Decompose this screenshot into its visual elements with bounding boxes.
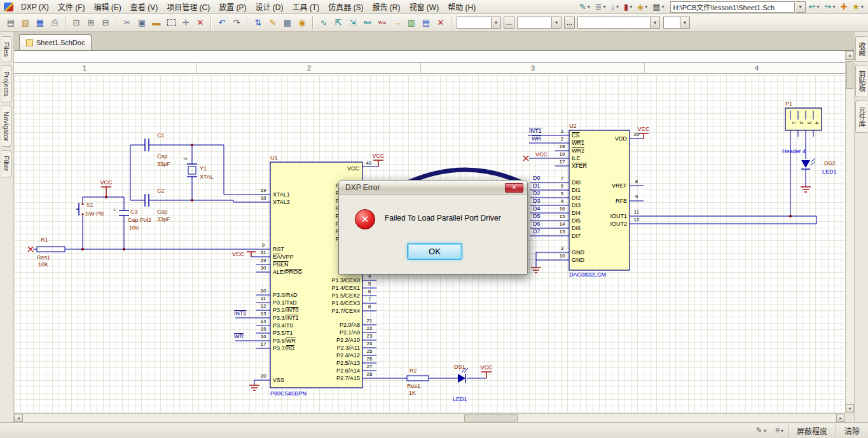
- component-ds1[interactable]: DS1 LED1: [453, 364, 468, 402]
- place-port-button[interactable]: →: [390, 16, 404, 30]
- place-bus-button[interactable]: ⇱: [331, 16, 345, 30]
- menu-reports[interactable]: 报告 (R): [368, 0, 405, 13]
- power-port-vcc-u1[interactable]: VCC: [372, 153, 385, 167]
- power-port-vcc-s1[interactable]: VCC: [100, 179, 113, 197]
- menu-dxp[interactable]: DXP (X): [17, 1, 53, 13]
- place-net-label-button[interactable]: Net: [361, 16, 375, 30]
- horizontal-scrollbar[interactable]: ◄ ►: [14, 413, 845, 422]
- mask-edit-icon[interactable]: ✎: [752, 423, 771, 438]
- menu-place[interactable]: 放置 (P): [214, 0, 251, 13]
- menu-tools[interactable]: 工具 (T): [288, 0, 324, 13]
- open-document-button[interactable]: ▧: [18, 16, 32, 30]
- mask-level-button[interactable]: 屏蔽程度: [788, 423, 836, 438]
- favorites-star-button[interactable]: ★: [850, 1, 865, 13]
- panel-tab-files[interactable]: Files: [2, 36, 11, 62]
- component-c1[interactable]: C1 Cap 33pF: [145, 132, 170, 167]
- matrix-button[interactable]: ▩: [280, 16, 294, 30]
- zoom-area-button[interactable]: ⊞: [84, 16, 98, 30]
- utilities-tool-button[interactable]: ≣: [593, 1, 608, 13]
- nav-forward-button[interactable]: ↪: [823, 1, 837, 13]
- save-document-button[interactable]: ▦: [33, 16, 47, 30]
- move-selection-button[interactable]: ✛: [179, 16, 193, 30]
- vertical-scrollbar[interactable]: ▲ ▼: [845, 51, 854, 413]
- nav-back-button[interactable]: ↩: [807, 1, 822, 13]
- place-no-erc-button[interactable]: ✕: [434, 16, 448, 30]
- configuration-browse-button[interactable]: …: [564, 17, 575, 29]
- variant-dropdown[interactable]: ▾: [491, 17, 500, 28]
- power-source-tool-button[interactable]: ▮: [622, 1, 634, 13]
- dialog-title-bar[interactable]: DXP Error: [339, 181, 527, 195]
- component-u2[interactable]: U2 DAC0832LCM 1CS 2WR1 18WR2 19ILE 17XFE…: [555, 123, 644, 278]
- zoom-fit-button[interactable]: ⊡: [69, 16, 83, 30]
- document-path-combobox[interactable]: H:\PCB文件\lesson1\Sheet1.Sch: [670, 1, 795, 13]
- favorites-add-button[interactable]: ✚: [838, 1, 849, 13]
- scale-combobox[interactable]: ▾: [663, 17, 690, 29]
- place-bus-entry-button[interactable]: ⇲: [346, 16, 360, 30]
- wiring-tool-button[interactable]: ✎: [577, 1, 592, 13]
- target-dropdown[interactable]: ▾: [650, 17, 659, 28]
- component-s1[interactable]: S1 SW-PB: [76, 202, 104, 217]
- paste-button[interactable]: ▬: [149, 16, 163, 30]
- horizontal-scroll-thumb[interactable]: [464, 414, 518, 421]
- place-sheet-entry-button[interactable]: ▤: [419, 16, 433, 30]
- new-document-button[interactable]: ▤: [4, 16, 18, 30]
- menu-edit[interactable]: 编辑 (E): [89, 0, 125, 13]
- print-button[interactable]: ⎙: [48, 16, 62, 30]
- component-y1[interactable]: 2 Y1 XTAL: [183, 157, 214, 180]
- panel-tab-filter[interactable]: Filter: [2, 150, 11, 177]
- target-combobox[interactable]: ▾: [577, 17, 660, 29]
- scroll-up-button[interactable]: ▲: [846, 51, 854, 60]
- scroll-down-button[interactable]: ▼: [846, 404, 854, 413]
- gnd-symbol-ds2[interactable]: [801, 187, 811, 192]
- power-port-vcc-ds1[interactable]: VCC: [480, 364, 493, 378]
- panel-tab-libraries[interactable]: 元件库: [855, 100, 867, 133]
- menu-file[interactable]: 文件 (F): [53, 0, 90, 13]
- component-r1[interactable]: R1 Res1 10K: [28, 236, 65, 268]
- panel-tab-favorites[interactable]: 收藏: [855, 36, 867, 62]
- menu-window[interactable]: 视窗 (W): [405, 0, 444, 13]
- undo-button[interactable]: ↶: [215, 16, 229, 30]
- gnd-symbol-u2[interactable]: [531, 268, 541, 273]
- drawing-tool-button[interactable]: ◈: [635, 1, 649, 13]
- zoom-selection-button[interactable]: ⊟: [99, 16, 113, 30]
- grid-tool-button[interactable]: ▦: [651, 1, 666, 13]
- clear-selection-button[interactable]: ✕: [193, 16, 207, 30]
- configuration-combobox[interactable]: ▾: [517, 17, 561, 29]
- ok-button[interactable]: OK: [407, 243, 462, 260]
- panel-tab-clipboard[interactable]: 剪贴板: [855, 65, 867, 97]
- select-area-button[interactable]: [164, 16, 178, 30]
- variant-combobox[interactable]: ▾: [457, 17, 501, 29]
- vertical-scroll-thumb[interactable]: [846, 61, 853, 89]
- menu-design[interactable]: 设计 (D): [251, 0, 288, 13]
- configuration-dropdown[interactable]: ▾: [551, 17, 561, 28]
- scroll-left-button[interactable]: ◄: [14, 414, 23, 422]
- scroll-right-button[interactable]: ►: [836, 414, 845, 422]
- copy-button[interactable]: ▣: [135, 16, 149, 30]
- cut-button[interactable]: ✂: [120, 16, 134, 30]
- redo-button[interactable]: ↷: [230, 16, 244, 30]
- place-power-port-button[interactable]: Vcc: [375, 16, 389, 30]
- component-c3[interactable]: + C3 Cap Pol2 10u: [113, 207, 151, 231]
- cross-reference-button[interactable]: ⇅: [251, 16, 265, 30]
- component-r2[interactable]: R2 Res1 1K: [407, 367, 429, 396]
- menu-simulator[interactable]: 仿真器 (S): [324, 0, 368, 13]
- tab-sheet1-schdoc[interactable]: Sheet1.SchDoc: [19, 34, 92, 50]
- scale-dropdown[interactable]: ▾: [680, 17, 689, 28]
- panel-tab-projects[interactable]: Projects: [2, 65, 11, 102]
- filter-options-icon[interactable]: ≡: [771, 423, 788, 438]
- annotate-button[interactable]: ✎: [266, 16, 280, 30]
- component-ds2[interactable]: DS2 LED1: [801, 158, 837, 175]
- clear-button[interactable]: 清除: [836, 423, 868, 438]
- gnd-symbol-u1[interactable]: [249, 385, 259, 390]
- menu-view[interactable]: 查看 (V): [126, 0, 162, 13]
- component-p1[interactable]: P1 Header 4 1 2 3 4: [782, 100, 822, 154]
- help-button[interactable]: ◉: [295, 16, 309, 30]
- document-path-dropdown[interactable]: ▾: [796, 1, 806, 13]
- alignment-tool-button[interactable]: ↓: [609, 1, 621, 13]
- place-wire-button[interactable]: ∿: [317, 16, 331, 30]
- menu-help[interactable]: 帮助 (H): [443, 0, 480, 13]
- place-sheet-symbol-button[interactable]: ▥: [404, 16, 418, 30]
- menu-project[interactable]: 项目管理 (C): [162, 0, 214, 13]
- variant-browse-button[interactable]: …: [504, 17, 514, 29]
- panel-tab-navigator[interactable]: Navigator: [2, 106, 11, 147]
